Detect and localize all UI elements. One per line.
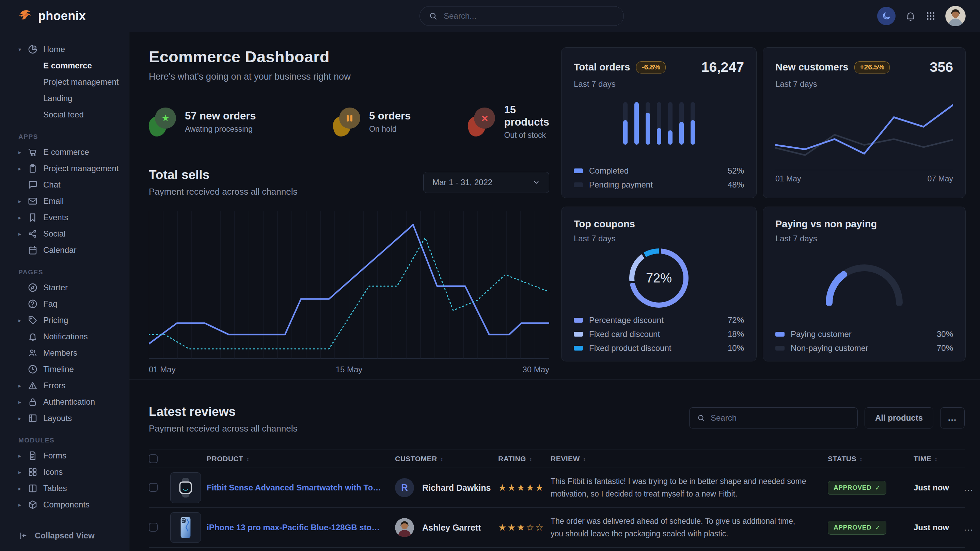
sidebar-item-timeline[interactable]: Timeline: [0, 361, 129, 378]
legend-swatch: [574, 346, 583, 351]
bar-track: [657, 102, 661, 144]
card-period: Last 7 days: [574, 234, 744, 243]
brand[interactable]: phoenix: [0, 8, 129, 24]
legend-value: 18%: [728, 329, 744, 339]
sidebar-item-events[interactable]: ▸Events: [0, 209, 129, 225]
check-icon: ✓: [875, 524, 881, 532]
page-subtitle: Here's what's going on at your business …: [149, 71, 549, 82]
column-header-rating[interactable]: RATING↕: [498, 455, 550, 463]
sidebar-item-label: Forms: [43, 451, 67, 460]
row-checkbox[interactable]: [149, 523, 158, 532]
sort-icon: ↕: [440, 456, 443, 462]
caret-right-icon: ▸: [18, 198, 28, 205]
column-header-customer[interactable]: CUSTOMER↕: [395, 455, 498, 463]
sidebar-item-components[interactable]: ▸Components: [0, 497, 129, 513]
cell-customer: RRichard Dawkins: [395, 478, 498, 497]
legend-label: Fixed product discount: [589, 343, 671, 353]
sidebar-item-home[interactable]: ▾Home: [0, 41, 129, 57]
bar-fill: [657, 128, 661, 144]
card-title: Total orders: [574, 62, 630, 73]
sort-icon: ↕: [246, 456, 249, 462]
reviews-search[interactable]: [689, 407, 858, 429]
product-link[interactable]: iPhone 13 pro max-Pacific Blue-128GB sto…: [207, 523, 395, 532]
notifications-button[interactable]: [905, 11, 916, 21]
envelope-icon: [28, 196, 38, 206]
column-header-time[interactable]: TIME↕: [913, 455, 962, 463]
caret-right-icon: ▸: [18, 502, 28, 508]
column-header-product[interactable]: PRODUCT↕: [207, 455, 395, 463]
sidebar-subitem-landing[interactable]: Landing: [0, 90, 129, 106]
sidebar-item-tables[interactable]: ▸Tables: [0, 480, 129, 497]
sidebar-item-label: Project management: [43, 164, 118, 173]
row-more-button[interactable]: ...: [962, 522, 977, 533]
card-paying-vs-nonpaying: Paying vs non paying Last 7 days Paying …: [763, 206, 966, 361]
sidebar-item-pricing[interactable]: ▸Pricing: [0, 312, 129, 329]
sidebar-item-forms[interactable]: ▸Forms: [0, 448, 129, 464]
reviews-more-button[interactable]: ...: [940, 407, 965, 429]
sidebar-item-label: Layouts: [43, 413, 72, 423]
sidebar-item-notifications[interactable]: Notifications: [0, 329, 129, 345]
sidebar: ▾HomeE commerceProject managementLanding…: [0, 32, 129, 551]
bar-fill: [635, 102, 639, 144]
cart-icon: [28, 147, 38, 157]
bar-fill: [623, 120, 628, 145]
sidebar-item-label: Tables: [43, 484, 67, 493]
sidebar-item-authentication[interactable]: ▸Authentication: [0, 394, 129, 410]
sidebar-subitem-project-management[interactable]: Project management: [0, 74, 129, 90]
product-link[interactable]: Fitbit Sense Advanced Smartwatch with To…: [207, 483, 395, 492]
x-tick: 01 May: [149, 365, 176, 374]
sidebar-subitem-e-commerce[interactable]: E commerce: [0, 57, 129, 74]
theme-toggle-button[interactable]: [877, 7, 896, 25]
legend-value: 48%: [728, 180, 744, 190]
delta-badge: +26.5%: [854, 61, 890, 73]
sidebar-item-chat[interactable]: Chat: [0, 177, 129, 193]
delta-badge: -6.8%: [636, 61, 666, 73]
sidebar-item-project-management[interactable]: ▸Project management: [0, 160, 129, 177]
row-checkbox[interactable]: [149, 483, 158, 492]
cell-product: Fitbit Sense Advanced Smartwatch with To…: [207, 483, 395, 492]
sidebar-subitem-social-feed[interactable]: Social feed: [0, 106, 129, 123]
legend-value: 52%: [728, 166, 744, 176]
bar-track: [668, 102, 673, 144]
all-products-button[interactable]: All products: [865, 407, 933, 429]
sidebar-item-errors[interactable]: ▸Errors: [0, 378, 129, 394]
legend-swatch: [775, 332, 784, 337]
sidebar-item-social[interactable]: ▸Social: [0, 225, 129, 242]
caret-right-icon: ▸: [18, 399, 28, 405]
navbar-search[interactable]: [420, 6, 624, 26]
apps-grid-button[interactable]: [926, 11, 936, 21]
sidebar-item-label: Components: [43, 500, 89, 510]
total-sells-subtitle: Payment received across all channels: [149, 186, 297, 197]
share-icon: [28, 229, 38, 239]
header-checkbox[interactable]: [149, 454, 158, 463]
compass-icon: [28, 283, 38, 293]
column-header-review[interactable]: REVIEW↕: [550, 455, 828, 463]
sidebar-item-starter[interactable]: Starter: [0, 279, 129, 296]
sidebar-item-faq[interactable]: Faq: [0, 296, 129, 312]
date-range-select[interactable]: Mar 1 - 31, 2022: [423, 172, 549, 193]
total-sells-header: Total sells Payment received across all …: [149, 168, 549, 197]
sidebar-item-label: Pricing: [43, 316, 68, 325]
sidebar-item-members[interactable]: Members: [0, 345, 129, 361]
column-header-status[interactable]: STATUS↕: [828, 455, 913, 463]
clock-icon: [28, 364, 38, 374]
sidebar-subitem-label: Landing: [43, 94, 72, 103]
bookmark-icon: [28, 212, 38, 222]
sidebar-item-label: Social: [43, 229, 65, 238]
stat-circle-shape: ×: [474, 108, 495, 129]
reviews-search-input[interactable]: [710, 413, 850, 423]
sidebar-item-label: Email: [43, 196, 64, 206]
user-avatar[interactable]: [945, 6, 966, 26]
row-more-button[interactable]: ...: [962, 482, 977, 494]
card-title: Top coupons: [574, 219, 635, 230]
sidebar-item-email[interactable]: ▸Email: [0, 193, 129, 209]
sidebar-item-icons[interactable]: ▸Icons: [0, 464, 129, 480]
collapsed-view-toggle[interactable]: Collapsed View: [0, 520, 129, 551]
sidebar-item-calendar[interactable]: Calendar: [0, 242, 129, 258]
legend-swatch: [574, 332, 583, 337]
sidebar-item-e-commerce[interactable]: ▸E commerce: [0, 144, 129, 160]
moon-icon: [881, 11, 891, 21]
sidebar-item-layouts[interactable]: ▸Layouts: [0, 410, 129, 426]
bar-fill: [679, 122, 684, 145]
navbar-search-input[interactable]: [443, 11, 615, 21]
